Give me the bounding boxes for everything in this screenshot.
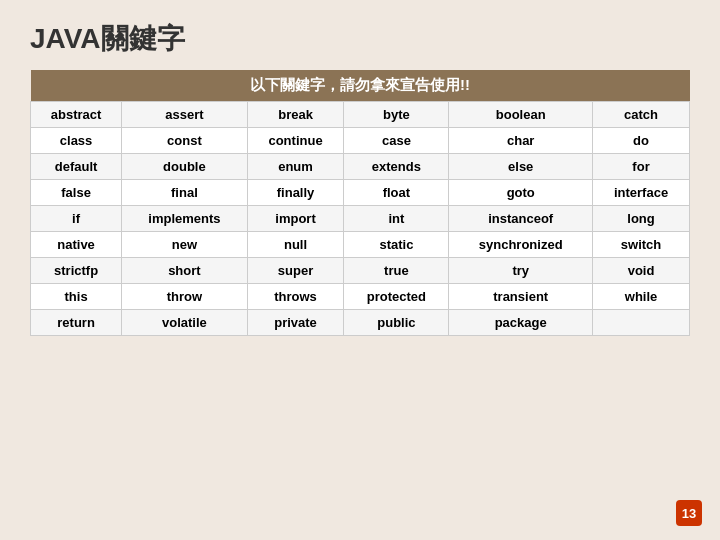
table-cell: import	[247, 206, 344, 232]
table-cell: abstract	[31, 102, 122, 128]
table-cell: return	[31, 310, 122, 336]
table-row: returnvolatileprivatepublicpackage	[31, 310, 690, 336]
table-cell: try	[449, 258, 593, 284]
table-cell: public	[344, 310, 449, 336]
table-cell: long	[593, 206, 690, 232]
table-row: nativenewnullstaticsynchronizedswitch	[31, 232, 690, 258]
table-cell: package	[449, 310, 593, 336]
table-cell: false	[31, 180, 122, 206]
table-cell: super	[247, 258, 344, 284]
table-cell: volatile	[122, 310, 247, 336]
table-cell: for	[593, 154, 690, 180]
table-cell: while	[593, 284, 690, 310]
table-cell: static	[344, 232, 449, 258]
table-row: ifimplementsimportintinstanceoflong	[31, 206, 690, 232]
table-row: defaultdoubleenumextendselsefor	[31, 154, 690, 180]
table-cell: goto	[449, 180, 593, 206]
table-cell: final	[122, 180, 247, 206]
table-cell: native	[31, 232, 122, 258]
table-cell: synchronized	[449, 232, 593, 258]
table-cell: strictfp	[31, 258, 122, 284]
table-row: classconstcontinuecasechardo	[31, 128, 690, 154]
table-cell: class	[31, 128, 122, 154]
table-cell: double	[122, 154, 247, 180]
table-cell: transient	[449, 284, 593, 310]
table-cell: true	[344, 258, 449, 284]
table-cell: case	[344, 128, 449, 154]
table-cell: instanceof	[449, 206, 593, 232]
table-cell	[593, 310, 690, 336]
table-cell: throws	[247, 284, 344, 310]
table-cell: assert	[122, 102, 247, 128]
table-cell: if	[31, 206, 122, 232]
table-row: abstractassertbreakbytebooleancatch	[31, 102, 690, 128]
table-cell: switch	[593, 232, 690, 258]
page-title: JAVA關鍵字	[30, 20, 690, 58]
table-cell: implements	[122, 206, 247, 232]
table-cell: private	[247, 310, 344, 336]
table-cell: int	[344, 206, 449, 232]
table-cell: break	[247, 102, 344, 128]
slide-number: 13	[676, 500, 702, 526]
table-row: thisthrowthrowsprotectedtransientwhile	[31, 284, 690, 310]
table-cell: catch	[593, 102, 690, 128]
table-cell: interface	[593, 180, 690, 206]
table-cell: short	[122, 258, 247, 284]
table-row: falsefinalfinallyfloatgotointerface	[31, 180, 690, 206]
table-cell: boolean	[449, 102, 593, 128]
table-row: strictfpshortsupertruetryvoid	[31, 258, 690, 284]
table-cell: this	[31, 284, 122, 310]
table-cell: new	[122, 232, 247, 258]
table-subtitle: 以下關鍵字，請勿拿來宣告使用!!	[31, 70, 690, 102]
table-cell: void	[593, 258, 690, 284]
table-cell: throw	[122, 284, 247, 310]
table-header-row: 以下關鍵字，請勿拿來宣告使用!!	[31, 70, 690, 102]
table-cell: continue	[247, 128, 344, 154]
table-cell: float	[344, 180, 449, 206]
table-cell: else	[449, 154, 593, 180]
table-cell: const	[122, 128, 247, 154]
table-cell: protected	[344, 284, 449, 310]
table-cell: enum	[247, 154, 344, 180]
keywords-table: 以下關鍵字，請勿拿來宣告使用!! abstractassertbreakbyte…	[30, 70, 690, 336]
table-cell: byte	[344, 102, 449, 128]
table-cell: do	[593, 128, 690, 154]
slide-page: JAVA關鍵字 以下關鍵字，請勿拿來宣告使用!! abstractassertb…	[0, 0, 720, 540]
table-cell: finally	[247, 180, 344, 206]
table-cell: extends	[344, 154, 449, 180]
table-cell: char	[449, 128, 593, 154]
table-cell: null	[247, 232, 344, 258]
table-cell: default	[31, 154, 122, 180]
